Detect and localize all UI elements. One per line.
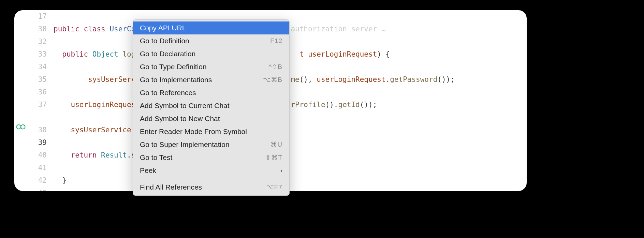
line-gutter: 1730323334353637 38394041424344 [14,10,54,191]
line-number: 17 [14,10,47,23]
menu-item-label: Go to Declaration [140,49,195,59]
menu-item-label: Peek [140,165,156,176]
menu-item-go-to-references[interactable]: Go to References [133,86,289,99]
menu-item-label: Go to Definition [140,36,189,46]
code-line[interactable]: } [54,174,527,187]
menu-item-enter-reader-mode-from-symbol[interactable]: Enter Reader Mode From Symbol [133,125,289,138]
menu-item-go-to-declaration[interactable]: Go to Declaration [133,47,289,60]
menu-item-peek[interactable]: Peek› [133,164,289,177]
menu-item-go-to-super-implementation[interactable]: Go to Super Implementation⌘U [133,138,289,151]
menu-item-go-to-type-definition[interactable]: Go to Type Definition^⇧B [133,60,289,73]
chevron-right-icon: › [280,165,282,176]
code-line[interactable]: sysUserService. [54,124,527,136]
code-line[interactable]: public class UserController { You, last … [54,23,527,35]
menu-item-find-all-references[interactable]: Find All References⌥F7 [133,181,289,194]
menu-shortcut: ⇧⌘T [265,152,282,163]
menu-shortcut: ⌥F7 [266,182,282,192]
menu-item-label: Go to Super Implementation [140,139,230,150]
line-number: 36 [14,86,47,99]
line-number: 43 [14,187,47,191]
line-number: 37 [14,99,47,111]
menu-item-label: Go to Implementations [140,75,212,85]
code-area[interactable]: public class UserController { You, last … [54,10,527,191]
menu-item-label: Find All References [140,182,202,192]
line-number [14,111,47,124]
line-number: 42 [14,174,47,187]
code-line[interactable]: public Object log t userLoginRequest) { [54,48,527,61]
menu-item-go-to-definition[interactable]: Go to DefinitionF12 [133,34,289,47]
menu-shortcut: ⌥⌘B [263,75,282,85]
code-line[interactable]: return Result.s [54,149,527,162]
line-number: 34 [14,61,47,73]
spring-endpoint-icon[interactable] [16,123,26,131]
menu-item-go-to-implementations[interactable]: Go to Implementations⌥⌘B [133,73,289,86]
menu-item-label: Go to References [140,88,196,98]
code-line[interactable]: sysUserServ me(), userLoginRequest.getPa… [54,73,527,86]
menu-item-go-to-test[interactable]: Go to Test⇧⌘T [133,151,289,164]
menu-item-label: Go to Test [140,152,172,163]
menu-separator [133,179,289,179]
line-number: 41 [14,162,47,174]
svg-point-1 [21,125,25,129]
line-number: 35 [14,73,47,86]
menu-item-label: Enter Reader Mode From Symbol [140,127,247,137]
menu-item-label: Go to Type Definition [140,62,207,72]
line-number: 33 [14,48,47,61]
line-number: 39 [14,136,47,149]
line-number: 32 [14,35,47,48]
menu-item-add-symbol-to-current-chat[interactable]: Add Symbol to Current Chat [133,99,289,112]
line-number: 40 [14,149,47,162]
menu-item-label: Add Symbol to New Chat [140,114,220,124]
menu-shortcut: F12 [270,36,282,46]
line-number: 30 [14,23,47,35]
menu-shortcut: ^⇧B [268,62,282,72]
code-line[interactable]: userLoginReques rProfile().getId()); [54,99,527,111]
menu-item-label: Add Symbol to Current Chat [140,101,230,111]
svg-point-0 [17,125,21,129]
menu-item-add-symbol-to-new-chat[interactable]: Add Symbol to New Chat [133,112,289,125]
context-menu: Copy API URLGo to DefinitionF12Go to Dec… [133,19,290,196]
menu-shortcut: ⌘U [270,139,282,150]
menu-item-label: Copy API URL [140,23,186,33]
menu-item-copy-api-url[interactable]: Copy API URL [133,21,289,34]
